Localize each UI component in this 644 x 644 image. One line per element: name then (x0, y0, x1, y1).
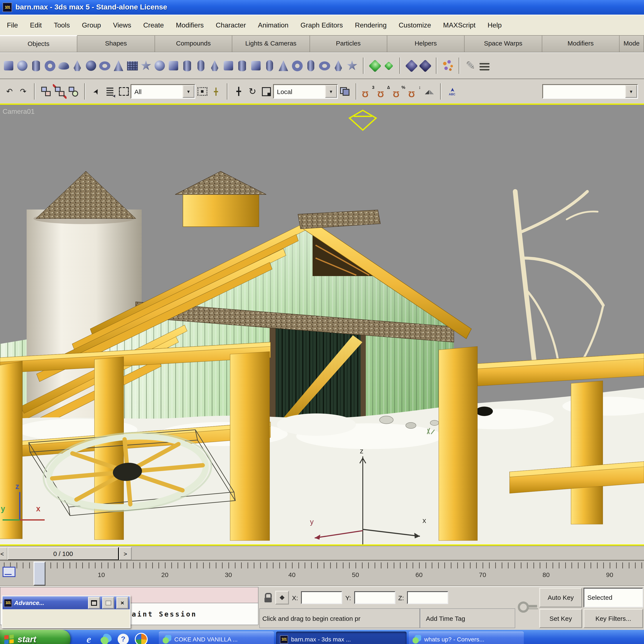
geosphere-primitive-icon[interactable] (85, 59, 97, 72)
x-coordinate-input[interactable] (301, 591, 342, 604)
pyramid-primitive-icon[interactable] (112, 59, 125, 72)
prism-primitive-icon[interactable] (277, 59, 290, 72)
cylinder-primitive-icon[interactable] (30, 59, 43, 72)
stack-icon[interactable] (478, 59, 491, 72)
toolbar-separator[interactable] (399, 58, 401, 74)
use-center-button[interactable] (338, 84, 352, 99)
chamfer-cylinder-icon[interactable] (181, 59, 194, 72)
tab-lights-cameras[interactable]: Lights & Cameras (232, 35, 310, 52)
key-filters-button[interactable]: Key Filters... (583, 609, 643, 628)
railing-icon[interactable] (382, 59, 395, 72)
task-barn-max[interactable]: barn.max - 3ds max ... (276, 632, 407, 644)
menu-item[interactable]: File (1, 16, 24, 35)
help-icon[interactable]: ? (118, 634, 129, 644)
pointer-helper-icon[interactable] (332, 59, 345, 72)
hose-primitive-icon[interactable] (304, 59, 317, 72)
task-whats-up[interactable]: whats up? - Convers... (409, 632, 524, 644)
reference-coordinate-dropdown[interactable]: Local (273, 84, 338, 99)
spinner-snap-button[interactable]: ↕ (407, 84, 422, 99)
menu-item[interactable]: Graph Editors (295, 16, 349, 35)
camera-viewport[interactable]: y x z z y x Camera01 (0, 103, 644, 546)
toolbar-separator[interactable] (436, 58, 437, 74)
star-helper-icon[interactable] (346, 59, 358, 72)
rectangular-selection-button[interactable] (117, 84, 131, 99)
menu-item[interactable]: Create (137, 16, 170, 35)
maximize-button[interactable] (102, 597, 114, 609)
cone-primitive-icon[interactable] (71, 59, 84, 72)
star-shape-icon[interactable] (140, 59, 152, 72)
menu-item[interactable]: Customize (393, 16, 437, 35)
tab-modeling[interactable]: Mode (620, 35, 644, 52)
ringwave-primitive-icon[interactable] (318, 59, 331, 72)
tab-helpers[interactable]: Helpers (387, 35, 465, 52)
pencil-icon[interactable]: ✎ (464, 59, 477, 72)
select-and-scale-button[interactable] (259, 84, 273, 99)
menu-item[interactable]: Rendering (349, 16, 393, 35)
tab-compounds[interactable]: Compounds (155, 35, 232, 52)
menu-item[interactable]: MAXScript (437, 16, 481, 35)
absolute-offset-toggle[interactable] (275, 591, 289, 605)
media-player-icon[interactable] (135, 633, 148, 644)
oil-tank-primitive-icon[interactable] (263, 59, 276, 72)
select-by-name-button[interactable] (103, 84, 117, 99)
teapot-primitive-icon[interactable] (57, 59, 70, 72)
tab-modifiers[interactable]: Modifiers (542, 35, 620, 52)
gengon-primitive-icon[interactable] (236, 59, 249, 72)
foliage-icon[interactable] (368, 59, 381, 72)
torus-primitive-icon[interactable] (43, 59, 56, 72)
y-coordinate-input[interactable] (354, 591, 395, 604)
chevron-down-icon[interactable] (182, 85, 194, 98)
chevron-down-icon[interactable] (625, 85, 637, 98)
previous-frame-button[interactable]: < (0, 547, 8, 560)
tab-space-warps[interactable]: Space Warps (465, 35, 542, 52)
sphere-primitive-icon[interactable] (16, 59, 29, 72)
scatter-icon[interactable] (441, 59, 454, 72)
menu-item[interactable]: Modifiers (170, 16, 210, 35)
door-icon[interactable] (405, 59, 418, 72)
undo-button[interactable]: ↶ (3, 84, 16, 99)
capsule-primitive-icon[interactable] (194, 59, 207, 72)
start-button[interactable]: start (0, 630, 70, 644)
restore-button[interactable] (88, 597, 100, 609)
barn-doorway[interactable] (270, 325, 366, 425)
torus-knot-primitive-icon[interactable] (291, 59, 304, 72)
set-key-button[interactable]: Set Key (539, 609, 582, 628)
set-key-selection-dropdown[interactable]: Selected (583, 588, 643, 607)
hedra-primitive-icon[interactable] (153, 59, 166, 72)
named-selection-sets-dropdown[interactable] (542, 84, 638, 99)
window-object-icon[interactable] (419, 59, 431, 72)
angle-snap-button[interactable]: ∆ (376, 84, 392, 99)
chamfer-box-icon[interactable] (167, 59, 180, 72)
edit-named-selections-button[interactable] (445, 84, 459, 99)
tab-shapes[interactable]: Shapes (77, 35, 155, 52)
toolbar-separator[interactable] (459, 58, 460, 74)
menu-item[interactable]: Animation (252, 16, 295, 35)
redo-button[interactable]: ↷ (16, 84, 30, 99)
bind-to-space-warp-button[interactable] (67, 84, 80, 99)
add-time-tag-button[interactable]: Add Time Tag (420, 608, 515, 628)
time-slider[interactable]: 0 / 100 (7, 547, 119, 560)
mirror-button[interactable] (422, 84, 436, 99)
unlink-selection-button[interactable] (53, 84, 67, 99)
tab-particles[interactable]: Particles (310, 35, 387, 52)
menu-item[interactable]: Group (76, 16, 107, 35)
track-bar[interactable]: 102030405060708090 (0, 560, 644, 586)
z-coordinate-input[interactable] (407, 591, 448, 604)
menu-item[interactable]: Edit (24, 16, 48, 35)
messenger-icon[interactable] (100, 634, 112, 644)
plane-primitive-icon[interactable] (126, 59, 139, 72)
mini-window-titlebar[interactable]: Advance... × (3, 596, 130, 609)
internet-explorer-icon[interactable]: e (83, 634, 94, 644)
next-frame-button[interactable]: > (119, 547, 132, 560)
menu-item[interactable]: Tools (48, 16, 76, 35)
window-titlebar[interactable]: barn.max - 3ds max 5 - Stand-alone Licen… (0, 0, 644, 15)
l-ext-primitive-icon[interactable] (222, 59, 235, 72)
select-and-manipulate-button[interactable]: ╋ (209, 84, 223, 99)
close-button[interactable]: × (116, 597, 128, 609)
selection-lock-icon[interactable] (264, 593, 272, 602)
select-and-rotate-button[interactable]: ↻ (246, 84, 259, 99)
c-ext-primitive-icon[interactable] (249, 59, 262, 72)
window-crossing-toggle[interactable] (195, 84, 209, 99)
viewport-3d-scene[interactable]: y x z z y x Camera01 (0, 103, 644, 546)
box-primitive-icon[interactable] (2, 59, 15, 72)
